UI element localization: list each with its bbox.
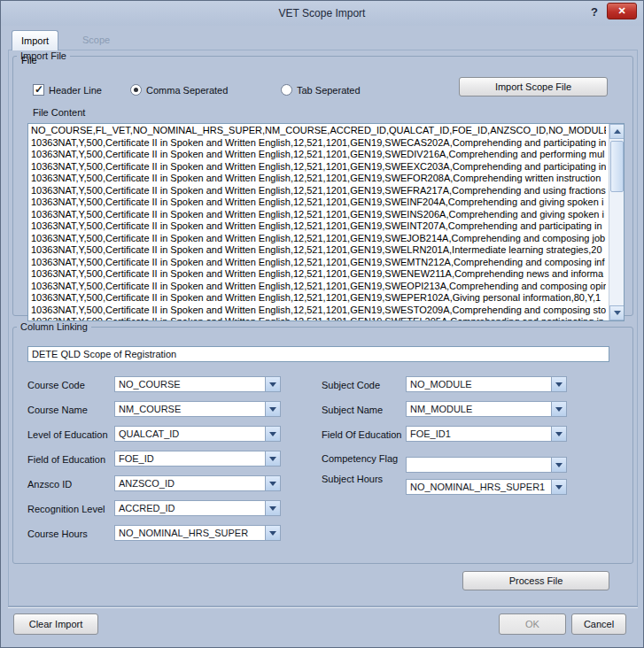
anzsco-id-select[interactable]: ANZSCO_ID <box>114 475 281 491</box>
arrow-up-icon <box>614 129 621 134</box>
header-line-label: Header Line <box>49 85 102 96</box>
file-line: 10363NAT,Y,500,Certificate II in Spoken … <box>31 185 606 197</box>
competency-flag-select[interactable] <box>406 457 567 473</box>
chevron-down-icon <box>265 451 280 466</box>
cancel-button[interactable]: Cancel <box>571 613 626 635</box>
file-line: 10363NAT,Y,500,Certificate II in Spoken … <box>31 137 606 150</box>
field-of-education-right-label: Field Of Education <box>322 429 402 440</box>
title-bar: VET Scope Import ? ✕ <box>1 1 643 26</box>
scope-name-input[interactable] <box>27 346 609 362</box>
competency-flag-label: Competency Flag <box>322 453 398 464</box>
field-of-education-right-select[interactable]: FOE_ID1 <box>406 426 567 442</box>
file-line: 10363NAT,Y,500,Certificate II in Spoken … <box>31 149 606 161</box>
course-hours-label: Course Hours <box>27 528 88 539</box>
recognition-level-value: ACCRED_ID <box>115 503 265 513</box>
column-linking-group: Column Linking Course Code NO_COURSE Cou… <box>12 321 633 564</box>
file-line: 10363NAT,Y,500,Certificate II in Spoken … <box>31 305 606 317</box>
radio-selected-icon <box>130 84 142 96</box>
field-of-education-select[interactable]: FOE_ID <box>114 451 281 467</box>
comma-separated-radio[interactable]: Comma Seperated <box>130 84 228 96</box>
file-line: 10363NAT,Y,500,Certificate II in Spoken … <box>31 316 606 320</box>
subject-code-select[interactable]: NO_MODULE <box>406 376 567 392</box>
course-hours-value: NO_NOMINAL_HRS_SUPER <box>115 528 265 538</box>
scroll-up-button[interactable] <box>609 124 625 139</box>
clear-import-button[interactable]: Clear Import <box>13 613 98 635</box>
chevron-down-icon <box>265 427 280 441</box>
course-hours-select[interactable]: NO_NOMINAL_HRS_SUPER <box>114 525 281 541</box>
subject-hours-value: NO_NOMINAL_HRS_SUPER1 <box>407 482 551 492</box>
process-file-button[interactable]: Process File <box>462 571 609 590</box>
column-linking-group-label: Column Linking <box>17 321 91 332</box>
file-line: 10363NAT,Y,500,Certificate II in Spoken … <box>31 257 606 269</box>
window-title: VET Scope Import <box>1 7 643 19</box>
help-button[interactable]: ? <box>586 4 602 20</box>
chevron-down-icon <box>551 458 566 472</box>
course-code-value: NO_COURSE <box>115 379 265 390</box>
course-code-select[interactable]: NO_COURSE <box>114 376 281 392</box>
level-of-education-value: QUALCAT_ID <box>115 428 265 439</box>
course-code-label: Course Code <box>27 380 85 390</box>
chevron-down-icon <box>551 427 566 441</box>
tab-separated-radio[interactable]: Tab Seperated <box>281 84 361 96</box>
file-line: 10363NAT,Y,500,Certificate II in Spoken … <box>31 233 606 245</box>
file-content-label: File Content <box>33 107 85 118</box>
import-scope-file-button[interactable]: Import Scope File <box>459 77 608 96</box>
chevron-down-icon <box>551 402 566 416</box>
chevron-down-icon <box>265 402 280 416</box>
course-name-select[interactable]: NM_COURSE <box>114 401 281 417</box>
file-line: NO_COURSE,FL_VET,NO_NOMINAL_HRS_SUPER,NM… <box>31 125 606 137</box>
chevron-down-icon <box>551 480 566 494</box>
import-file-tab-page: Import File Header Line Comma Seperated … <box>8 50 638 606</box>
file-content-lines: NO_COURSE,FL_VET,NO_NOMINAL_HRS_SUPER,NM… <box>31 125 606 320</box>
file-line: 10363NAT,Y,500,Certificate II in Spoken … <box>31 281 606 293</box>
chevron-down-icon <box>265 476 280 490</box>
vet-scope-import-dialog: VET Scope Import ? ✕ Import File Scope C… <box>0 0 644 648</box>
level-of-education-label: Level of Education <box>27 429 108 440</box>
close-button[interactable]: ✕ <box>607 3 637 19</box>
subject-hours-label: Subject Hours <box>322 474 383 484</box>
vertical-scrollbar[interactable] <box>609 124 624 320</box>
file-content-box[interactable]: NO_COURSE,FL_VET,NO_NOMINAL_HRS_SUPER,NM… <box>27 123 625 321</box>
arrow-down-icon <box>614 311 621 315</box>
header-line-checkbox[interactable]: Header Line <box>33 84 102 96</box>
checkbox-checked-icon <box>33 84 44 96</box>
subject-code-value: NO_MODULE <box>407 379 551 390</box>
tab-scope-changes[interactable]: Scope Changes <box>74 30 130 50</box>
file-line: 10363NAT,Y,500,Certificate II in Spoken … <box>31 244 606 257</box>
chevron-down-icon <box>551 377 566 391</box>
ok-button[interactable]: OK <box>499 613 566 635</box>
file-line: 10363NAT,Y,500,Certificate II in Spoken … <box>31 161 606 174</box>
chevron-down-icon <box>265 526 280 540</box>
subject-hours-select[interactable]: NO_NOMINAL_HRS_SUPER1 <box>406 479 567 495</box>
chevron-down-icon <box>265 377 280 391</box>
subject-code-label: Subject Code <box>322 380 380 390</box>
course-name-label: Course Name <box>27 405 88 415</box>
anzsco-id-label: Anzsco ID <box>27 479 72 490</box>
file-line: 10363NAT,Y,500,Certificate II in Spoken … <box>31 197 606 209</box>
footer-separator <box>8 606 638 608</box>
scroll-down-button[interactable] <box>609 305 625 320</box>
scrollbar-thumb[interactable] <box>610 141 624 192</box>
level-of-education-select[interactable]: QUALCAT_ID <box>114 426 281 442</box>
file-line: 10363NAT,Y,500,Certificate II in Spoken … <box>31 292 606 305</box>
import-file-group: Import File Header Line Comma Seperated … <box>12 50 633 316</box>
radio-unselected-icon <box>281 84 292 96</box>
recognition-level-label: Recognition Level <box>27 504 105 514</box>
subject-name-value: NM_MODULE <box>407 404 551 414</box>
file-line: 10363NAT,Y,500,Certificate II in Spoken … <box>31 209 606 221</box>
field-of-education-label: Field of Education <box>27 454 105 465</box>
file-line: 10363NAT,Y,500,Certificate II in Spoken … <box>31 220 606 233</box>
course-name-value: NM_COURSE <box>115 404 265 414</box>
recognition-level-select[interactable]: ACCRED_ID <box>114 500 281 516</box>
field-of-education-value: FOE_ID <box>115 453 265 464</box>
field-of-education-right-value: FOE_ID1 <box>407 428 551 439</box>
anzsco-id-value: ANZSCO_ID <box>115 478 265 489</box>
comma-separated-label: Comma Seperated <box>146 85 228 96</box>
subject-name-select[interactable]: NM_MODULE <box>406 401 567 417</box>
tab-separated-label: Tab Seperated <box>297 85 361 96</box>
subject-name-label: Subject Name <box>322 405 383 415</box>
tab-import-file[interactable]: Import File <box>12 30 58 50</box>
chevron-down-icon <box>265 501 280 515</box>
file-line: 10363NAT,Y,500,Certificate II in Spoken … <box>31 268 606 281</box>
close-icon: ✕ <box>617 5 625 16</box>
